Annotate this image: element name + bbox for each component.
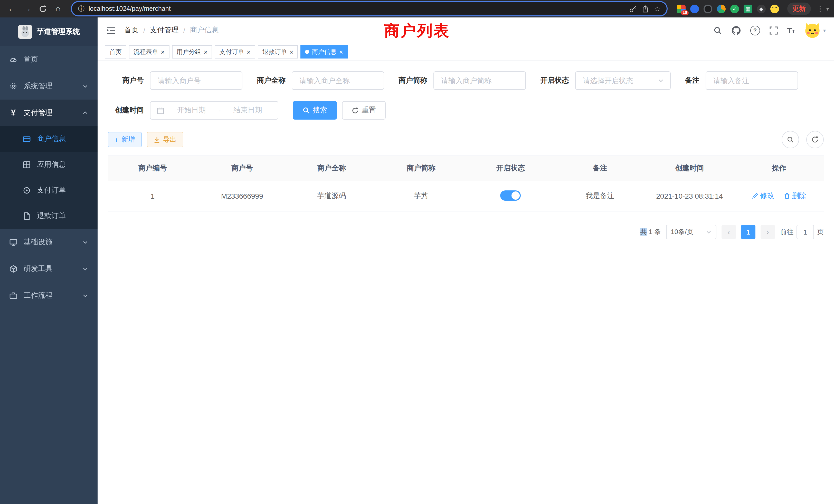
status-select[interactable] [575, 71, 671, 90]
extension-pin-icon[interactable]: ◆ [757, 4, 766, 13]
toggle-search-button[interactable] [782, 131, 799, 148]
search-icon[interactable] [713, 26, 722, 35]
github-icon[interactable] [731, 25, 741, 35]
trash-icon [784, 193, 790, 199]
close-icon[interactable]: × [246, 48, 250, 55]
sidebar-item-app-info[interactable]: 应用信息 [0, 152, 97, 178]
filter-row-1: 商户号 商户全称 商户简称 [108, 71, 824, 90]
page-1-button[interactable]: 1 [741, 225, 755, 239]
export-button[interactable]: 导出 [147, 132, 183, 147]
merchant-short-input[interactable] [434, 71, 526, 90]
search-button[interactable]: 搜索 [293, 101, 337, 120]
extension-dark-icon[interactable] [704, 4, 712, 13]
tab-process-form[interactable]: 流程表单 × [129, 45, 169, 59]
sidebar-item-infra[interactable]: 基础设施 [0, 229, 97, 256]
sidebar-item-dev-tools[interactable]: 研发工具 [0, 256, 97, 282]
sidebar-item-refund-order[interactable]: 退款订单 [0, 203, 97, 229]
col-short-name: 商户简称 [376, 156, 466, 181]
browser-back-button[interactable]: ← [5, 2, 19, 16]
add-button[interactable]: + 新增 [108, 132, 141, 147]
browser-menu-icon[interactable]: ⋮ [816, 4, 824, 13]
status-select-field[interactable] [582, 76, 656, 85]
remark-input-field[interactable] [712, 76, 791, 85]
next-page-button[interactable]: › [761, 225, 775, 239]
browser-home-button[interactable]: ⌂ [51, 2, 65, 16]
sidebar-item-workflow[interactable]: 工作流程 [0, 282, 97, 309]
browser-extensions: 10 ✓ ▦ ◆ [677, 4, 779, 13]
page-size-select[interactable]: 10条/页 [666, 225, 717, 239]
goto-page-input[interactable] [796, 225, 814, 239]
search-button-label: 搜索 [313, 106, 327, 115]
sidebar-item-pay-order[interactable]: 支付订单 [0, 178, 97, 203]
merchant-name-input[interactable] [292, 71, 384, 90]
fullscreen-icon[interactable] [769, 26, 778, 35]
status-toggle[interactable] [500, 190, 521, 201]
sidebar-item-merchant-info[interactable]: 商户信息 [0, 126, 97, 152]
browser-profile-avatar[interactable] [770, 4, 779, 13]
bookmark-star-icon[interactable]: ☆ [654, 5, 660, 13]
tab-refund-order[interactable]: 退款订单 × [258, 45, 298, 59]
password-key-icon[interactable] [629, 5, 637, 13]
download-icon [153, 136, 160, 143]
tab-merchant-info[interactable]: 商户信息 × [301, 45, 348, 59]
merchant-no-input[interactable] [150, 71, 242, 90]
end-date-placeholder[interactable]: 结束日期 [224, 106, 272, 115]
close-icon[interactable]: × [339, 48, 343, 55]
close-icon[interactable]: × [161, 48, 164, 55]
merchant-short-input-field[interactable] [440, 76, 519, 85]
edit-button[interactable]: 修改 [752, 191, 774, 201]
caret-down-icon: ▾ [823, 27, 826, 33]
close-icon[interactable]: × [290, 48, 293, 55]
tab-pay-order[interactable]: 支付订单 × [215, 45, 255, 59]
merchant-no-input-field[interactable] [157, 76, 236, 85]
prev-page-button[interactable]: ‹ [722, 225, 736, 239]
breadcrumb-home[interactable]: 首页 [124, 26, 139, 35]
sidebar-item-payment[interactable]: ¥ 支付管理 [0, 99, 97, 126]
start-date-placeholder[interactable]: 开始日期 [168, 106, 215, 115]
breadcrumb-payment[interactable]: 支付管理 [150, 26, 179, 35]
tab-label: 用户分组 [176, 47, 201, 56]
top-navbar: 首页 / 支付管理 / 商户信息 商户列表 ? TT [97, 18, 834, 43]
refresh-table-button[interactable] [806, 131, 824, 148]
remark-input[interactable] [706, 71, 798, 90]
document-icon [23, 212, 31, 220]
field-label: 备注 [685, 76, 699, 85]
user-menu[interactable]: ▾ [804, 22, 826, 39]
help-icon[interactable]: ? [750, 25, 760, 35]
share-icon[interactable] [642, 5, 649, 13]
site-info-icon[interactable]: ⓘ [78, 4, 85, 13]
sidebar-item-system[interactable]: 系统管理 [0, 73, 97, 99]
extension-color-icon[interactable] [717, 4, 726, 13]
close-icon[interactable]: × [204, 48, 207, 55]
merchant-name-input-field[interactable] [299, 76, 377, 85]
font-size-icon[interactable]: TT [787, 26, 795, 35]
sidebar-item-label: 应用信息 [37, 160, 88, 169]
browser-update-button[interactable]: 更新 [787, 3, 811, 15]
date-range-picker[interactable]: 开始日期 - 结束日期 [150, 101, 278, 120]
sidebar-collapse-button[interactable] [106, 26, 116, 35]
reset-button[interactable]: 重置 [342, 101, 386, 120]
extension-sheet-icon[interactable]: ▦ [744, 4, 752, 13]
filter-remark: 备注 [685, 71, 798, 90]
table-row: 1 M233666999 芋道源码 芋艿 我是备注 2021-10-23 08:… [108, 181, 824, 211]
rabbit-logo-icon [18, 25, 32, 39]
edit-button-label: 修改 [760, 191, 774, 201]
extension-blue-icon[interactable] [690, 4, 699, 13]
extension-grid-icon[interactable]: 10 [677, 4, 686, 13]
search-icon [787, 136, 794, 143]
browser-refresh-button[interactable] [36, 2, 49, 16]
avatar[interactable] [804, 22, 821, 39]
table-tools [782, 131, 824, 148]
tab-user-group[interactable]: 用户分组 × [172, 45, 212, 59]
url-text[interactable]: localhost:1024/pay/merchant [89, 5, 625, 12]
pagination: 共 1 条 10条/页 ‹ 1 › 前往 页 [108, 225, 824, 239]
delete-button[interactable]: 删除 [784, 191, 806, 201]
extension-check-icon[interactable]: ✓ [730, 4, 739, 13]
url-bar[interactable]: ⓘ localhost:1024/pay/merchant ☆ [71, 1, 667, 17]
merchant-table: 商户编号 商户号 商户全称 商户简称 开启状态 备注 创建时间 操作 1 [108, 156, 824, 211]
chevron-down-icon [82, 239, 88, 245]
browser-forward-button[interactable]: → [21, 2, 34, 16]
sidebar-item-home[interactable]: 首页 [0, 46, 97, 73]
tab-home[interactable]: 首页 [105, 45, 126, 59]
breadcrumb-current: 商户信息 [190, 26, 219, 35]
